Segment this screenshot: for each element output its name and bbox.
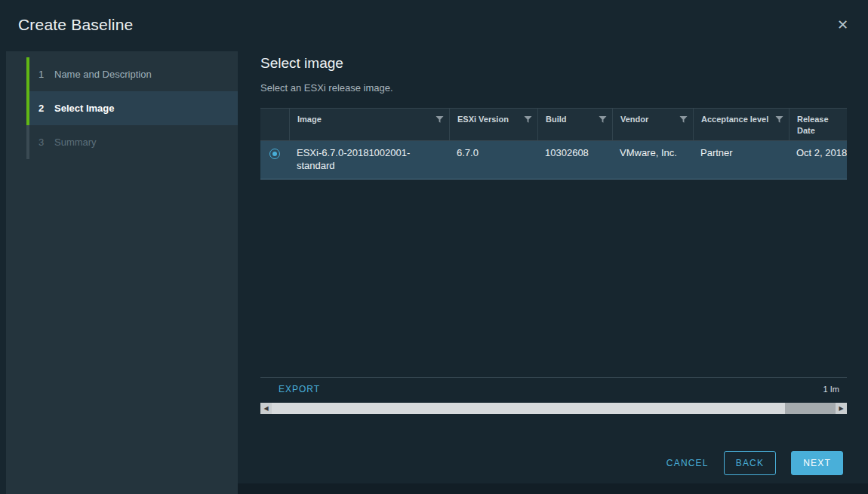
step-number: 1 xyxy=(38,69,48,80)
column-label: ESXi Version xyxy=(457,114,509,125)
scrollbar-thumb[interactable] xyxy=(272,403,785,414)
step-number: 3 xyxy=(38,137,48,148)
grid-empty-area xyxy=(260,179,847,377)
step-summary[interactable]: 3 Summary xyxy=(26,125,238,159)
column-label: Vendor xyxy=(620,114,648,125)
column-header-release-date[interactable]: Release Date xyxy=(789,109,847,140)
step-label: Summary xyxy=(54,137,97,148)
image-grid: Image ESXi Version Build Vendor xyxy=(260,108,847,414)
horizontal-scrollbar[interactable]: ◀ ▶ xyxy=(260,403,847,414)
column-header-radio xyxy=(260,109,289,140)
step-progress-bar xyxy=(26,57,29,91)
filter-icon[interactable] xyxy=(599,115,607,127)
scrollbar-track[interactable] xyxy=(272,403,836,414)
radio-selected[interactable] xyxy=(269,149,280,159)
dialog-actions: CANCEL BACK NEXT xyxy=(666,451,843,475)
dialog-title: Create Baseline xyxy=(18,16,133,34)
column-header-image[interactable]: Image xyxy=(289,109,449,140)
column-header-acceptance-level[interactable]: Acceptance level xyxy=(693,109,789,140)
dialog-bottom-edge xyxy=(238,483,868,494)
scroll-right-icon[interactable]: ▶ xyxy=(836,403,847,414)
step-progress-bar xyxy=(26,125,29,159)
column-label: Build xyxy=(546,114,567,125)
filter-icon[interactable] xyxy=(436,115,444,127)
step-progress-bar xyxy=(26,91,29,125)
column-label: Image xyxy=(297,114,322,125)
cell-image: ESXi-6.7.0-20181002001-standard xyxy=(289,141,449,179)
table-row[interactable]: ESXi-6.7.0-20181002001-standard 6.7.0 10… xyxy=(260,141,847,179)
next-button[interactable]: NEXT xyxy=(791,451,843,475)
cell-vendor: VMware, Inc. xyxy=(612,141,693,179)
back-button[interactable]: BACK xyxy=(724,451,776,475)
column-label: Release Date xyxy=(797,114,842,137)
step-label: Name and Description xyxy=(54,69,152,80)
close-icon[interactable]: ✕ xyxy=(837,18,848,32)
column-header-vendor[interactable]: Vendor xyxy=(612,109,693,140)
step-number: 2 xyxy=(38,103,48,114)
filter-icon[interactable] xyxy=(679,115,688,127)
cell-esxi-version: 6.7.0 xyxy=(449,141,537,179)
grid-footer: EXPORT 1 Im xyxy=(260,377,847,401)
column-header-build[interactable]: Build xyxy=(537,109,612,140)
dialog-header: Create Baseline ✕ xyxy=(0,0,868,51)
row-radio-cell xyxy=(260,141,289,179)
cell-acceptance-level: Partner xyxy=(693,141,789,179)
step-label: Select Image xyxy=(54,103,115,114)
grid-header-row: Image ESXi Version Build Vendor xyxy=(260,108,847,141)
column-header-esxi-version[interactable]: ESXi Version xyxy=(449,109,537,140)
step-select-image[interactable]: 2 Select Image xyxy=(26,91,238,125)
filter-icon[interactable] xyxy=(524,115,532,127)
column-label: Acceptance level xyxy=(701,114,768,125)
page-title: Select image xyxy=(260,55,343,72)
scroll-left-icon[interactable]: ◀ xyxy=(260,403,272,414)
cancel-button[interactable]: CANCEL xyxy=(666,458,709,468)
filter-icon[interactable] xyxy=(775,115,783,127)
step-name-and-description[interactable]: 1 Name and Description xyxy=(26,57,238,91)
main-content: Select image Select an ESXi release imag… xyxy=(238,51,868,494)
row-count-label: 1 Im xyxy=(823,385,839,394)
cell-release-date: Oct 2, 2018 xyxy=(789,141,847,179)
export-button[interactable]: EXPORT xyxy=(279,384,320,394)
wizard-step-list: 1 Name and Description 2 Select Image 3 … xyxy=(6,51,238,494)
radio-dot xyxy=(272,152,277,156)
page-subtitle: Select an ESXi release image. xyxy=(260,82,393,94)
cell-build: 10302608 xyxy=(537,141,612,179)
